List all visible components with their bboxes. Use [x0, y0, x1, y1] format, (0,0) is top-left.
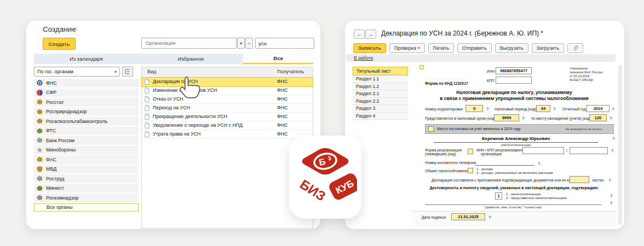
help-link[interactable]: ?: [553, 107, 556, 112]
help-link[interactable]: ?: [610, 116, 612, 121]
phone-input[interactable]: [475, 160, 534, 166]
create-button[interactable]: Создать: [43, 38, 76, 50]
forward-button[interactable]: →: [365, 30, 376, 39]
table-row[interactable]: Отказ от УСН ФНС: [142, 95, 313, 104]
bizkub-logo: Б 3 БИЗ КУБ: [289, 136, 361, 219]
sign-date-input[interactable]: 21.01.2025: [451, 213, 485, 220]
section-1-1[interactable]: Раздел 1.1: [353, 75, 408, 83]
sidebar-item-rosprirodnadzor[interactable]: Росприроднадзор: [34, 108, 139, 116]
filter-combobox[interactable]: По гос. органам ▾: [34, 67, 120, 77]
sidebar-item-label: МВД: [46, 166, 56, 172]
correction-input[interactable]: 0: [465, 105, 483, 112]
help-link[interactable]: ?: [612, 107, 614, 112]
sidebar-item-fts[interactable]: ФТС: [34, 127, 139, 136]
organization-field[interactable]: [141, 38, 237, 49]
tax-object-option2: 2 - доходы, уменьшенные на величину расх…: [476, 171, 553, 174]
agency-list: ФНС СФР Росстат Росприроднадзор Росалког…: [34, 79, 139, 213]
tab-all[interactable]: Все: [243, 54, 313, 64]
bizkub-cube-icon: Б 3 БИЗ КУБ: [294, 140, 357, 214]
sidebar-item-minoborony[interactable]: Минобороны: [34, 146, 139, 155]
sidebar-item-label: Минюст: [46, 185, 64, 191]
export-button[interactable]: Выгрузить: [495, 43, 528, 53]
sidebar-item-sfr[interactable]: СФР: [34, 89, 139, 97]
sidebar-item-bank-rossii[interactable]: Банк России: [34, 136, 139, 145]
kpp-input[interactable]: [496, 77, 532, 84]
import-button[interactable]: Загрузить: [532, 43, 564, 53]
sidebar-item-mvd[interactable]: МВД: [34, 165, 139, 174]
tab-from-calendar[interactable]: Из календаря: [34, 54, 139, 64]
taxpayer-caption: (налогоплательщик): [434, 143, 598, 147]
registration-checkbox[interactable]: [428, 126, 434, 132]
section-4[interactable]: Раздел 4: [353, 113, 408, 120]
help-link[interactable]: ?: [538, 161, 540, 166]
reorg-checkbox[interactable]: [468, 149, 473, 154]
sidebar-item-fns[interactable]: ФНС: [34, 79, 139, 87]
sidebar-item-rostrud[interactable]: Роструд: [34, 174, 139, 183]
column-header-recipient: Получатель: [277, 69, 304, 74]
status-link[interactable]: В работе: [354, 55, 373, 61]
year-input[interactable]: 2024: [586, 105, 610, 112]
sidebar-item-roskomnadzor[interactable]: Роскомнадзор: [34, 194, 139, 202]
back-button[interactable]: ←: [354, 30, 365, 39]
help-link[interactable]: ?: [522, 116, 525, 121]
period-input[interactable]: 34: [536, 105, 550, 112]
hierarchy-view-button[interactable]: [122, 67, 133, 77]
help-link[interactable]: ?: [610, 194, 613, 198]
tab-favorites[interactable]: Избранное: [139, 54, 243, 64]
tax-object-checkbox[interactable]: [468, 168, 473, 173]
table-row[interactable]: Изменение параметров УСН ФНС: [142, 86, 313, 95]
status-bar: В работе: [346, 54, 616, 62]
sign-date-label: Дата подписи: [422, 215, 446, 219]
chevron-down-icon[interactable]: ▾: [114, 69, 117, 74]
rosalkogol-eagle-icon: [37, 118, 43, 124]
close-icon[interactable]: ×: [245, 38, 253, 49]
sidebar-item-fas[interactable]: ФАС: [34, 155, 139, 164]
help-link[interactable]: ?: [610, 201, 613, 206]
table-row-declaration-usn[interactable]: Декларация по УСН ФНС: [142, 78, 313, 86]
document-icon: [145, 96, 150, 102]
sidebar-item-rosalkogol[interactable]: Росалкогольтабакконтроль: [34, 117, 139, 126]
document-icon: [145, 105, 150, 111]
help-link[interactable]: ?: [611, 148, 614, 153]
location-input[interactable]: 120: [589, 114, 607, 121]
sidebar-item-label: Роструд: [46, 176, 65, 181]
authority-input[interactable]: 9999: [494, 114, 519, 121]
attachments-input[interactable]: [570, 176, 589, 183]
section-2-1[interactable]: Раздел 2.1: [353, 90, 408, 98]
section-3[interactable]: Раздел 3: [353, 105, 408, 113]
help-link[interactable]: ?: [612, 136, 615, 141]
chevron-down-icon[interactable]: ▾: [237, 38, 245, 49]
organization-input[interactable]: [145, 40, 233, 46]
window-title: Декларация по УСН за 2024 г. (Бережнов А…: [381, 30, 543, 37]
help-link[interactable]: ?: [486, 107, 489, 112]
section-title-page[interactable]: Титульный лист: [353, 67, 408, 75]
help-link[interactable]: ?: [608, 178, 611, 183]
sidebar-item-minyust[interactable]: Минюст: [34, 184, 139, 193]
fio-input[interactable]: [425, 199, 601, 205]
search-input[interactable]: усн: [255, 38, 314, 49]
sidebar-item-label: ФТС: [46, 128, 56, 133]
sidebar-item-all-agencies[interactable]: Все органы: [34, 203, 139, 212]
inn-input[interactable]: 960887859477: [496, 67, 532, 74]
sidebar-item-rosstat[interactable]: Росстат: [34, 98, 139, 107]
vertical-scrollbar[interactable]: [618, 65, 622, 225]
table-row[interactable]: Переход на УСН ФНС: [142, 104, 313, 113]
send-button[interactable]: Отправить: [457, 43, 492, 53]
reorg-kpp-input[interactable]: [570, 147, 608, 154]
save-button[interactable]: Записать: [353, 43, 386, 53]
check-button[interactable]: Проверка▾: [389, 43, 425, 53]
confirm-title: Достоверность и полноту сведений, указан…: [418, 186, 610, 190]
reorg-inn-input[interactable]: [522, 147, 564, 154]
table-row[interactable]: Утрата права на УСН ФНС: [142, 130, 313, 139]
help-link[interactable]: ?: [488, 215, 491, 220]
attach-button[interactable]: [567, 43, 583, 53]
chevron-down-icon: ▾: [418, 46, 420, 50]
minyust-eagle-icon: [37, 185, 43, 191]
section-2-2[interactable]: Раздел 2.2: [353, 98, 408, 106]
section-1-2[interactable]: Раздел 1.2: [353, 83, 408, 91]
sidebar-item-label: Все органы: [47, 204, 73, 210]
table-row[interactable]: Уведомление о переходе на УСН с НПД ФНС: [142, 121, 313, 130]
table-row[interactable]: Прекращение деятельности УСН ФНС: [142, 113, 313, 121]
sidebar-item-label: Банк России: [46, 138, 74, 143]
print-button[interactable]: Печать: [428, 43, 454, 53]
